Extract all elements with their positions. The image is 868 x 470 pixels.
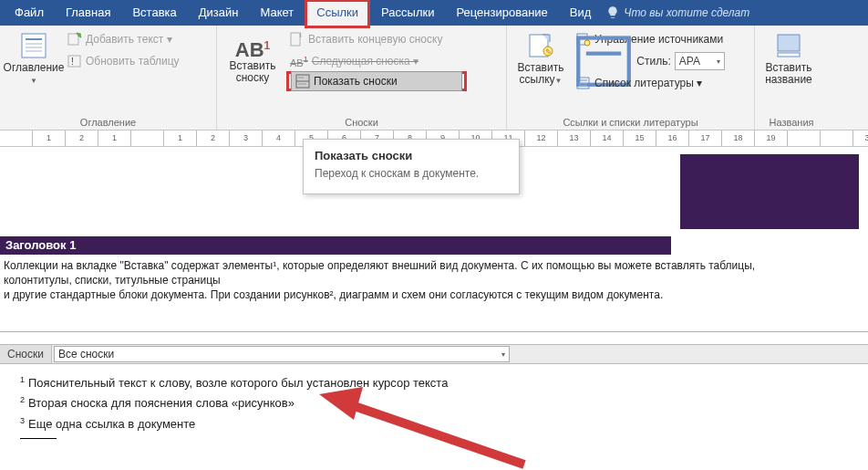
tell-me-search[interactable]: Что вы хотите сделат (605, 0, 749, 26)
chevron-down-icon: ▾ (717, 57, 720, 66)
ruler-tick: 13 (558, 131, 591, 146)
svg-text:!: ! (71, 57, 74, 67)
ribbon-group-toc: Оглавление▼ Добавить текст ▾ ! Обновить … (0, 26, 217, 130)
citation-style-row: Стиль: APA ▾ (573, 51, 727, 71)
chevron-down-icon: ▼ (30, 77, 37, 85)
ruler-tick: 17 (689, 131, 722, 146)
ruler-tick: 14 (591, 131, 624, 146)
insert-citation-button[interactable]: ✎ Вставить ссылку▼ (512, 29, 569, 86)
ruler-tick (0, 131, 33, 146)
insert-endnote-button[interactable]: i Вставить концевую сноску (286, 29, 467, 49)
document-heading[interactable]: Заголовок 1 (0, 236, 671, 255)
citations-group-label: Ссылки и списки литературы (512, 117, 749, 128)
menu-file[interactable]: Файл (4, 0, 55, 26)
update-table-icon: ! (67, 54, 82, 68)
menu-review[interactable]: Рецензирование (445, 0, 558, 26)
citation-icon: ✎ (526, 31, 555, 60)
ruler-tick (821, 131, 853, 146)
menu-references[interactable]: Ссылки (305, 0, 370, 28)
citation-style-combo[interactable]: APA ▾ (675, 52, 725, 70)
ruler-tick: 1 (33, 131, 66, 146)
document-graphic-block (680, 154, 859, 229)
ruler-tick: 19 (755, 131, 788, 146)
svg-rect-27 (778, 53, 800, 57)
ribbon: Оглавление▼ Добавить текст ▾ ! Обновить … (0, 26, 868, 131)
ruler-tick: 4 (263, 131, 295, 146)
footnote-pane-header: Сноски Все сноски ▾ (0, 344, 868, 364)
menu-layout[interactable]: Макет (249, 0, 305, 26)
tell-me-placeholder: Что вы хотите сделат (624, 6, 749, 19)
ruler-tick: 16 (656, 131, 689, 146)
toc-update-button[interactable]: ! Обновить таблицу (64, 51, 183, 71)
ruler-tick (131, 131, 164, 146)
caption-icon (774, 31, 803, 60)
footnote-item[interactable]: 2Вторая сноска для пояснения слова «рису… (20, 393, 855, 413)
ruler-tick: 2 (66, 131, 98, 146)
svg-rect-9 (291, 33, 300, 46)
svg-text:✎: ✎ (545, 47, 553, 57)
menu-design[interactable]: Дизайн (188, 0, 250, 26)
footnote-item[interactable]: 1Пояснительный текст к слову, возле кото… (20, 373, 855, 393)
insert-caption-button[interactable]: Вставить название (760, 29, 817, 86)
show-footnotes-tooltip: Показать сноски Переход к сноскам в доку… (303, 139, 520, 194)
svg-rect-5 (68, 34, 78, 45)
ruler-tick: 2 (197, 131, 230, 146)
svg-text:i: i (300, 32, 302, 38)
footnotes-group-label: Сноски (222, 117, 501, 128)
ruler-tick: 3 (230, 131, 263, 146)
lightbulb-icon (605, 5, 620, 20)
bibliography-button[interactable]: Список литературы ▾ (573, 73, 727, 93)
add-text-icon (67, 32, 82, 47)
tooltip-body: Переход к сноскам в документе. (315, 166, 508, 181)
footnote-filter-combo[interactable]: Все сноски ▾ (54, 346, 510, 362)
ribbon-group-captions: Вставить название Названия (755, 26, 828, 130)
chevron-down-icon: ▾ (501, 350, 505, 359)
footnote-item[interactable]: 3Еще одна ссылка в документе (20, 414, 855, 434)
menu-insert[interactable]: Вставка (121, 0, 187, 26)
footnote-pane-label: Сноски (0, 345, 52, 363)
show-footnotes-button[interactable]: Показать сноски (291, 71, 462, 91)
endnote-icon: i (290, 32, 305, 47)
ruler-tick (788, 131, 821, 146)
toc-icon (19, 31, 48, 60)
svg-point-6 (78, 33, 81, 37)
ruler-tick: 1 (98, 131, 131, 146)
ribbon-group-citations: ✎ Вставить ссылку▼ Управление источникам… (507, 26, 755, 130)
svg-rect-7 (68, 56, 80, 67)
menu-bar: Файл Главная Вставка Дизайн Макет Ссылки… (0, 0, 868, 26)
footnote-separator (20, 438, 57, 439)
ruler-tick: 15 (624, 131, 656, 146)
footnote-list[interactable]: 1Пояснительный текст к слову, возле кото… (0, 364, 868, 444)
ruler-tick: 33 (853, 131, 868, 146)
ruler-tick: 18 (722, 131, 755, 146)
ruler-tick: 1 (164, 131, 197, 146)
next-footnote-button[interactable]: AB1 Следующая сноска ▾ (286, 51, 467, 71)
bibliography-icon (576, 76, 591, 90)
ribbon-group-footnotes: AB1 Вставить сноску i Вставить концевую … (217, 26, 507, 130)
tooltip-title: Показать сноски (315, 149, 508, 162)
toc-group-label: Оглавление (5, 117, 211, 128)
svg-rect-0 (22, 34, 46, 57)
show-notes-icon (295, 74, 310, 89)
document-separator (0, 331, 868, 332)
captions-group-label: Названия (760, 117, 822, 128)
toc-button[interactable]: Оглавление▼ (5, 29, 62, 86)
menu-mailings[interactable]: Рассылки (370, 0, 445, 26)
chevron-down-icon: ▼ (555, 77, 563, 85)
toc-add-text-button[interactable]: Добавить текст ▾ (64, 29, 183, 49)
menu-home[interactable]: Главная (55, 0, 121, 26)
svg-rect-26 (778, 35, 800, 51)
document-paragraph[interactable]: Коллекции на вкладке "Вставка" содержат … (4, 258, 822, 303)
footnote-ab-icon: AB (235, 38, 264, 61)
insert-footnote-button[interactable]: AB1 Вставить сноску (222, 29, 283, 84)
ruler-tick: 12 (525, 131, 558, 146)
menu-view[interactable]: Вид (559, 0, 603, 26)
show-footnotes-highlight: Показать сноски (286, 71, 467, 91)
